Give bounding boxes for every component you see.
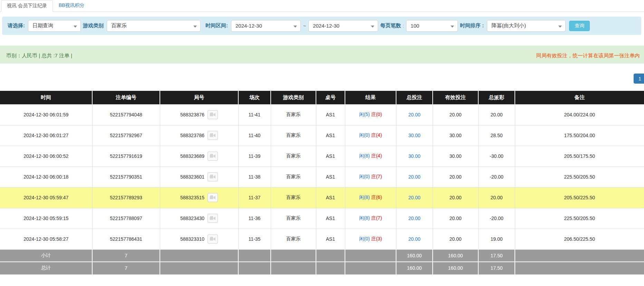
video-replay-button[interactable] [208,172,218,181]
round-number: 588323876 [180,112,204,117]
sort-order-label: 时间排序 : [460,22,484,29]
total-bet-link[interactable]: 20.00 [408,174,420,180]
table-row: 2024-12-30 06:01:27522157792967588323786… [0,125,644,146]
date-from-value: 2024-12-30 [236,23,262,29]
search-button[interactable]: 查询 [569,21,590,31]
tab-betting-records[interactable]: 视讯 会员下注纪录 [1,0,53,12]
video-replay-button[interactable] [208,235,218,244]
currency-total-text: 币别：人民币 | 总共 :7 注单 | [6,53,72,59]
header-total-bet: 总投注 [396,91,433,104]
player-result: 闲(8) [359,194,370,200]
header-round-id: 局号 [160,91,238,104]
date-range-label: 时间区间: [205,22,228,29]
query-type-select[interactable]: 日期查询 [28,20,81,32]
video-replay-button[interactable] [208,110,218,119]
bet-id-cell: 522157789293 [92,187,160,208]
sort-order-value: 降冪(由大到小) [491,22,526,29]
total-bet-link[interactable]: 20.00 [408,236,420,242]
valid-bet-cell: 30.00 [433,125,478,146]
result-cell: 闲(0) 庄(4) [345,125,396,146]
time-cell: 2024-12-30 06:01:59 [0,104,92,125]
result-cell: 闲(8) 庄(4) [345,146,396,166]
total-bet-link[interactable]: 20.00 [408,216,420,221]
result-cell: 闲(0) 庄(7) [345,166,396,187]
round-number: 588323515 [180,195,204,200]
total-payout-cell: 19.00 [478,229,515,249]
video-icon [210,195,216,200]
game-type-cell: 百家乐 [271,208,316,229]
table-number-cell: AS1 [316,187,345,208]
video-replay-button[interactable] [208,131,218,140]
subtotal-row-total-bet: 160.00 [396,249,433,262]
sort-order-select[interactable]: 降冪(由大到小) [487,20,566,32]
round-number: 588323786 [180,133,204,138]
chevron-down-icon [294,26,297,28]
subtotal-row-empty-cell [515,249,644,262]
total-payout-cell: 28.50 [478,125,515,146]
game-type-cell: 百家乐 [271,187,316,208]
query-type-label: 请选择: [8,22,25,29]
valid-bet-cell: 20.00 [433,208,478,229]
session-cell: 11-41 [238,104,271,125]
total-bet-link[interactable]: 30.00 [408,153,420,159]
header-valid-bet: 有效投注 [433,91,478,104]
page-1-button[interactable]: 1 [634,74,644,84]
date-from-select[interactable]: 2024-12-30 [231,20,301,32]
remark-cell: 205.50/225.50 [515,187,644,208]
video-icon [210,133,216,138]
valid-bet-cell: 20.00 [433,187,478,208]
video-icon [210,154,216,159]
video-replay-button[interactable] [208,152,218,161]
subtotal-row-count: 7 [92,249,160,262]
table-number-cell: AS1 [316,104,345,125]
round-id-cell: 588323876 [160,104,238,125]
total-row: 总计7160.00160.0017.50 [0,262,644,274]
time-cell: 2024-12-30 05:59:47 [0,187,92,208]
game-type-select[interactable]: 百家乐 [107,20,201,32]
game-type-cell: 百家乐 [271,146,316,166]
total-bet-link[interactable]: 20.00 [408,112,420,117]
player-result: 闲(5) [359,112,370,117]
table-header-row: 时间注单编号局号场次游戏类别桌号结果总投注有效投注总派彩备注 [0,91,644,104]
subtotal-row-payout: 17.50 [478,249,515,262]
page-size-value: 100 [411,23,419,29]
tab-bb-video-points[interactable]: BB视讯积分 [53,0,90,11]
filter-toolbar: 请选择: 日期查询 游戏类别 百家乐 时间区间: 2024-12-30 ~ 20… [2,17,641,35]
time-cell: 2024-12-30 06:00:52 [0,146,92,166]
subtotal-row-empty-cell [160,249,238,262]
total-bet-link[interactable]: 30.00 [408,133,420,138]
chevron-down-icon [371,26,374,28]
header-time: 时间 [0,91,92,104]
video-replay-button[interactable] [208,214,218,223]
player-result: 闲(8) [359,153,370,159]
round-number: 588323310 [180,236,204,242]
table-row: 2024-12-30 05:58:27522157786431588323310… [0,229,644,249]
session-cell: 11-40 [238,125,271,146]
round-number: 588323601 [180,174,204,180]
date-to-select[interactable]: 2024-12-30 [308,20,378,32]
table-number-cell: AS1 [316,166,345,187]
banker-result: 庄(4) [371,132,382,138]
banker-result: 庄(4) [371,153,382,159]
table-row: 2024-12-30 05:59:15522157788097588323430… [0,208,644,229]
bet-id-cell: 522157791619 [92,146,160,166]
total-payout-cell: 20.00 [478,104,515,125]
page-size-select[interactable]: 100 [406,20,458,32]
video-icon [210,174,216,179]
subtotal-row-empty-cell [316,249,345,262]
total-bet-link[interactable]: 20.00 [408,195,420,200]
total-row-empty-cell [345,262,396,274]
round-number: 588323689 [180,153,204,159]
valid-bet-cell: 20.00 [433,104,478,125]
round-number: 588323430 [180,216,204,221]
player-result: 闲(0) [359,174,370,179]
total-bet-cell: 20.00 [396,104,433,125]
total-payout-cell: -20.00 [478,166,515,187]
header-remark: 备注 [515,91,644,104]
table-row: 2024-12-30 06:00:18522157790351588323601… [0,166,644,187]
banker-result: 庄(3) [371,236,382,241]
time-cell: 2024-12-30 06:01:27 [0,125,92,146]
subtotal-row-empty-cell [238,249,271,262]
remark-cell: 225.50/205.50 [515,166,644,187]
video-replay-button[interactable] [208,193,218,202]
